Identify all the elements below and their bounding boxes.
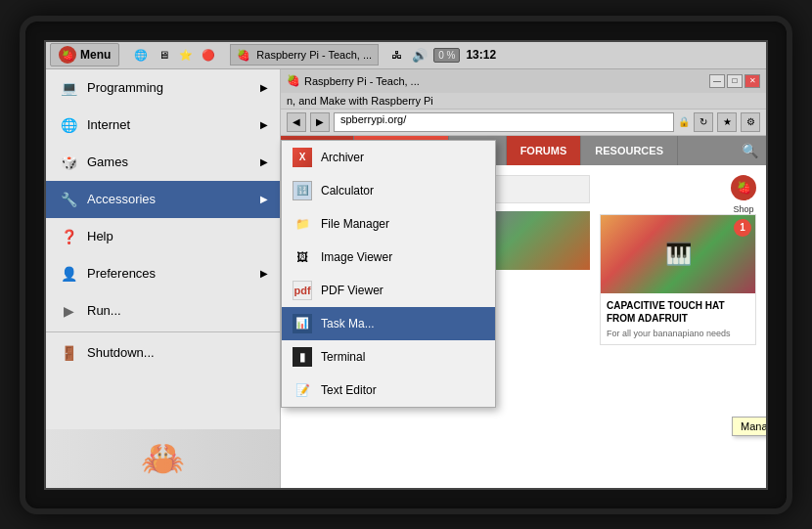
browser-title-bar: 🍓 Raspberry Pi - Teach, ... — □ ✕ (281, 69, 766, 93)
url-input[interactable]: spberrypi.org/ (334, 112, 674, 132)
volume-icon[interactable]: 🔊 (412, 48, 428, 63)
clock: 13:12 (466, 48, 496, 62)
battery-indicator: 0 % (433, 48, 460, 63)
pdf-viewer-label: PDF Viewer (321, 284, 383, 297)
settings-button[interactable]: ⚙ (741, 112, 760, 132)
forward-button[interactable]: ▶ (310, 112, 330, 132)
window-title: Raspberry Pi - Teach, ... (256, 49, 372, 61)
menu-accessories-label: Accessories (87, 192, 156, 206)
back-button[interactable]: ◀ (287, 112, 306, 132)
arrow-icon: ▶ (260, 268, 268, 279)
task-manager-icon: 📊 (292, 313, 313, 334)
run-icon: ▶ (58, 300, 79, 322)
sidebar-item-internet[interactable]: 🌐 Internet ▶ (46, 107, 280, 144)
submenu-item-text-editor[interactable]: 📝 Text Editor (282, 374, 495, 407)
sidebar-item-shutdown[interactable]: 🚪 Shutdown... (46, 334, 280, 372)
submenu-item-task-manager[interactable]: 📊 Task Ma... (282, 307, 495, 340)
product-badge: 1 (734, 219, 751, 237)
tooltip: Manages running processes (732, 417, 768, 436)
taskbar-window[interactable]: 🍓 Raspberry Pi - Teach, ... (230, 44, 379, 66)
text-editor-label: Text Editor (321, 383, 377, 397)
terminal-icon: ▮ (292, 346, 313, 368)
menu-bottom-decoration: 🦀 (46, 429, 280, 488)
site-search-button[interactable]: 🔍 (734, 136, 766, 165)
preferences-icon: 👤 (58, 263, 79, 285)
product-info: CAPACITIVE TOUCH HAT FROM ADAFRUIT For a… (601, 293, 755, 344)
file-manager-label: File Manager (321, 217, 389, 231)
crab-icon: 🦀 (141, 438, 185, 479)
product-subtitle: For all your bananapiano needs (607, 329, 749, 338)
tooltip-text: Manages running processes (741, 420, 768, 432)
monitor-icon[interactable]: 🖥 (154, 45, 173, 65)
star-icon[interactable]: ⭐ (176, 45, 196, 65)
raspberry-shop-logo: 🍓 (731, 175, 756, 200)
nav-item-forums[interactable]: FORUMS (507, 136, 582, 165)
screen: 🍓 Menu 🌐 🖥 ⭐ 🔴 🍓 Raspberry Pi - Teach, .… (44, 40, 768, 490)
calculator-icon: 🔢 (292, 180, 313, 201)
maximize-button[interactable]: □ (727, 74, 743, 88)
games-icon: 🎲 (58, 152, 79, 173)
image-viewer-label: Image Viewer (321, 250, 392, 264)
sidebar-item-programming[interactable]: 💻 Programming ▶ (46, 69, 280, 107)
close-button[interactable]: ✕ (744, 74, 760, 88)
submenu-item-file-manager[interactable]: 📁 File Manager (282, 207, 495, 241)
resources-label: RESOURCES (595, 145, 663, 156)
submenu-item-calculator[interactable]: 🔢 Calculator (282, 174, 495, 207)
internet-icon: 🌐 (58, 114, 79, 136)
nav-item-resources[interactable]: RESOURCES (581, 136, 678, 165)
submenu-item-pdf-viewer[interactable]: pdf PDF Viewer (282, 274, 495, 307)
archiver-label: Archiver (321, 151, 364, 164)
product-image: 🎹 1 (601, 215, 755, 293)
ssl-lock-icon: 🔒 (678, 116, 690, 127)
menu-programming-label: Programming (87, 80, 163, 95)
menu-preferences-label: Preferences (87, 266, 156, 281)
menu-run-label: Run... (87, 303, 121, 318)
refresh-button[interactable]: ↻ (694, 112, 713, 132)
help-icon: ❓ (58, 226, 79, 247)
url-text-2: spberrypi.org/ (340, 113, 406, 125)
taskbar-right: 🖧 🔊 0 % 13:12 (386, 45, 502, 65)
menu-games-label: Games (87, 154, 128, 169)
sidebar-item-preferences[interactable]: 👤 Preferences ▶ (46, 255, 280, 292)
submenu-item-terminal[interactable]: ▮ Terminal (282, 340, 495, 374)
sidebar-item-run[interactable]: ▶ Run... (46, 292, 280, 330)
bookmark-button[interactable]: ★ (717, 112, 737, 132)
taskbar-left: 🍓 Menu 🌐 🖥 ⭐ 🔴 🍓 Raspberry Pi - Teach, .… (46, 43, 386, 66)
forums-label: FORUMS (520, 145, 567, 156)
programming-icon: 💻 (58, 77, 79, 99)
submenu-item-archiver[interactable]: X Archiver (282, 141, 495, 174)
menu-button[interactable]: 🍓 Menu (50, 43, 119, 66)
file-manager-icon: 📁 (292, 213, 313, 235)
shield-icon[interactable]: 🔴 (199, 45, 218, 65)
pdf-viewer-icon: pdf (292, 280, 313, 301)
arrow-icon: ▶ (260, 82, 268, 93)
minimize-button[interactable]: — (709, 74, 725, 88)
submenu-item-image-viewer[interactable]: 🖼 Image Viewer (282, 241, 495, 274)
task-manager-label: Task Ma... (321, 317, 375, 331)
sidebar-item-accessories[interactable]: 🔧 Accessories ▶ (46, 181, 280, 218)
url-text-1: n, and Make with Raspberry Pi (287, 95, 433, 107)
sidebar-item-help[interactable]: ❓ Help (46, 218, 280, 255)
shop-label: Shop (731, 204, 756, 214)
browser-chrome: 🍓 Raspberry Pi - Teach, ... — □ ✕ n, and… (281, 69, 766, 136)
device-frame: 🍓 Menu 🌐 🖥 ⭐ 🔴 🍓 Raspberry Pi - Teach, .… (20, 16, 792, 514)
arrow-icon: ▶ (260, 194, 268, 204)
globe-icon[interactable]: 🌐 (131, 45, 151, 65)
menu-label: Menu (80, 48, 111, 62)
network-icon[interactable]: 🖧 (386, 45, 406, 65)
shutdown-icon: 🚪 (58, 342, 79, 364)
calculator-label: Calculator (321, 184, 374, 198)
terminal-label: Terminal (321, 350, 365, 364)
browser-tab-icon: 🍓 (287, 74, 300, 87)
taskbar-icons: 🌐 🖥 ⭐ 🔴 (131, 45, 218, 65)
product-card[interactable]: 🎹 1 CAPACITIVE TOUCH HAT FROM ADAFRUIT F… (600, 214, 756, 345)
arrow-icon: ▶ (260, 156, 268, 167)
accessories-submenu: X Archiver 🔢 Calculator 📁 File Manager (281, 140, 496, 408)
raspberry-logo: 🍓 (59, 46, 76, 64)
menu-help-label: Help (87, 229, 113, 243)
sidebar-item-games[interactable]: 🎲 Games ▶ (46, 144, 280, 181)
browser-area: 💻 Programming ▶ 🌐 Internet ▶ 🎲 Games ▶ 🔧… (46, 69, 766, 488)
accessories-icon: 🔧 (58, 189, 79, 210)
archiver-icon: X (292, 147, 313, 168)
menu-shutdown-label: Shutdown... (87, 345, 155, 360)
